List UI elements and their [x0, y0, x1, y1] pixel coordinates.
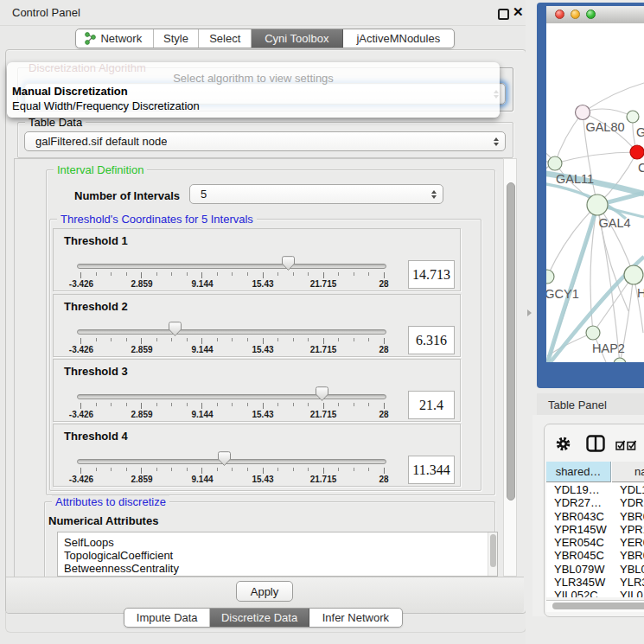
tab-infer-network[interactable]: Infer Network [309, 609, 402, 627]
table-row[interactable]: YLR345WYLR3 [546, 576, 644, 589]
table-row[interactable]: YBL079WYBL0 [546, 563, 644, 576]
tick-label: 2.859 [131, 475, 152, 484]
table-row[interactable]: YDR27…YDR2 [546, 496, 644, 509]
tab-impute-data[interactable]: Impute Data [124, 609, 210, 627]
numerical-attributes-list[interactable]: SelfLoops TopologicalCoefficient Between… [57, 532, 498, 577]
minimize-traffic-light-icon[interactable] [571, 10, 580, 19]
tick-label: 9.144 [191, 345, 213, 354]
network-node-GAL3[interactable] [627, 111, 639, 123]
threshold-4-slider-track[interactable] [77, 459, 386, 464]
application-screenshot: Control Panel ✕ Network Style Select Cyn… [0, 0, 644, 644]
zoom-traffic-light-icon[interactable] [586, 10, 596, 19]
vertical-scrollbar[interactable] [503, 158, 517, 577]
cell-name: YDR2 [620, 496, 644, 509]
list-scrollbar[interactable] [488, 532, 497, 576]
number-of-intervals-combobox[interactable]: 5 [189, 184, 443, 204]
list-scrollbar-thumb[interactable] [490, 534, 496, 567]
network-node-HAP2[interactable] [586, 326, 600, 340]
table-row[interactable]: YBR045CYBR0 [546, 549, 644, 562]
horizontal-scrollbar-thumb[interactable] [552, 603, 644, 609]
tab-cyni-toolbox-label: Cyni Toolbox [265, 32, 328, 45]
interval-definition-group-title: Interval Definition [54, 163, 147, 176]
table-row[interactable]: YIL052CYIL0 [546, 589, 644, 597]
tab-discretize-data-label: Discretize Data [221, 611, 297, 624]
cell-shared-name: YDL19… [546, 483, 620, 496]
table-row[interactable]: YDL19…YDL1 [546, 483, 644, 496]
column-header-name[interactable]: name [612, 462, 644, 482]
network-icon [85, 32, 96, 45]
horizontal-scrollbar[interactable] [546, 600, 644, 612]
node-attribute-table: shared… name YDL19…YDL1 YDR27…YDR2 YBR04… [546, 462, 644, 597]
popup-item-equal-width-frequency[interactable]: Equal Width/Frequency Discretization [12, 99, 200, 112]
network-edge[interactable] [583, 83, 644, 112]
attributes-group-title: Attributes to discretize [52, 495, 169, 508]
tab-select[interactable]: Select [199, 29, 252, 48]
tick-label: 9.144 [191, 475, 213, 484]
list-item[interactable]: BetweennessCentrality [58, 562, 497, 575]
network-node-CDC2[interactable] [630, 145, 644, 159]
network-node-GAL4[interactable] [587, 194, 608, 215]
list-item[interactable]: TopologicalCoefficient [58, 549, 497, 562]
float-window-icon[interactable] [498, 9, 509, 20]
popup-item-manual-discretization[interactable]: Manual Discretization [12, 85, 128, 98]
tick-label: -3.426 [69, 475, 93, 484]
network-node-GCY1[interactable] [546, 270, 554, 284]
network-node-label: GAL11 [556, 172, 594, 186]
algorithm-dropdown-popup: Select algorithm to view settings Manual… [7, 62, 500, 118]
tab-style-label: Style [163, 32, 188, 45]
threshold-1-slider-track[interactable] [77, 264, 386, 269]
cell-shared-name: YDR27… [546, 496, 620, 509]
table-row[interactable]: YPR145WYPR1 [546, 523, 644, 536]
tab-style[interactable]: Style [154, 29, 200, 48]
network-edge[interactable] [555, 112, 583, 163]
threshold-4-slider-thumb[interactable] [218, 451, 231, 467]
column-header-shared-name[interactable]: shared… [546, 462, 611, 482]
tab-impute-data-label: Impute Data [137, 611, 198, 624]
checkbox-icon[interactable] [615, 438, 626, 454]
tab-jactivemnodules[interactable]: jActiveMNodules [343, 29, 454, 48]
close-icon[interactable]: ✕ [513, 5, 524, 18]
threshold-4-value-field[interactable]: 11.344 [408, 456, 455, 484]
threshold-3-slider-track[interactable] [77, 394, 386, 399]
threshold-2-panel: Threshold 2 -3.426 2.859 9.144 15.43 21.… [53, 294, 461, 357]
tab-network[interactable]: Network [76, 29, 154, 48]
network-edge[interactable] [555, 152, 637, 163]
tab-cyni-toolbox[interactable]: Cyni Toolbox [252, 29, 343, 48]
table-data-combobox[interactable]: galFiltered.sif default node [24, 131, 506, 151]
list-item[interactable]: SelfLoops [58, 532, 497, 549]
threshold-2-slider-track[interactable] [77, 329, 386, 335]
splitter-grip-icon[interactable] [527, 309, 532, 316]
checkbox-icon[interactable] [627, 438, 637, 454]
network-canvas[interactable]: GAL80GAL3CDC2GAL11GAL4GCY1HIS7HAP2 [546, 23, 644, 362]
cell-name: YIL0 [620, 589, 643, 597]
vertical-scrollbar-thumb[interactable] [507, 182, 515, 501]
control-panel-tab-bar: Network Style Select Cyni Toolbox jActiv… [75, 29, 455, 48]
tick-label: -3.426 [69, 345, 93, 354]
cell-name: YDL1 [620, 483, 644, 496]
threshold-1-value-field[interactable]: 14.713 [408, 260, 455, 289]
threshold-3-value-field[interactable]: 21.4 [408, 391, 455, 419]
network-node-HIS7[interactable] [624, 265, 643, 284]
threshold-3-slider-thumb[interactable] [316, 386, 328, 402]
network-edge[interactable] [548, 205, 597, 275]
network-node-unlabeled[interactable] [614, 358, 626, 362]
tick-label: 28 [379, 410, 388, 419]
network-node-label: GAL4 [598, 216, 630, 230]
slider-major-ticks [80, 403, 387, 409]
network-node-label: GCY1 [546, 287, 579, 301]
table-row[interactable]: YER054CYER0 [546, 536, 644, 549]
close-traffic-light-icon[interactable] [555, 10, 564, 19]
cell-name: YBR0 [620, 510, 644, 523]
apply-button[interactable]: Apply [236, 581, 293, 602]
threshold-2-slider-thumb[interactable] [169, 322, 182, 337]
tick-label: 28 [379, 279, 388, 289]
table-row[interactable]: YBR043CYBR0 [546, 510, 644, 523]
gear-icon[interactable] [556, 437, 571, 455]
split-columns-icon[interactable] [586, 435, 605, 456]
threshold-2-value-field[interactable]: 6.316 [408, 326, 455, 354]
network-node-label: HAP2 [592, 341, 625, 355]
tab-discretize-data[interactable]: Discretize Data [210, 609, 309, 627]
network-node-GAL11[interactable] [548, 156, 562, 170]
threshold-1-slider-thumb[interactable] [282, 256, 295, 271]
network-node-GAL80[interactable] [576, 105, 590, 120]
